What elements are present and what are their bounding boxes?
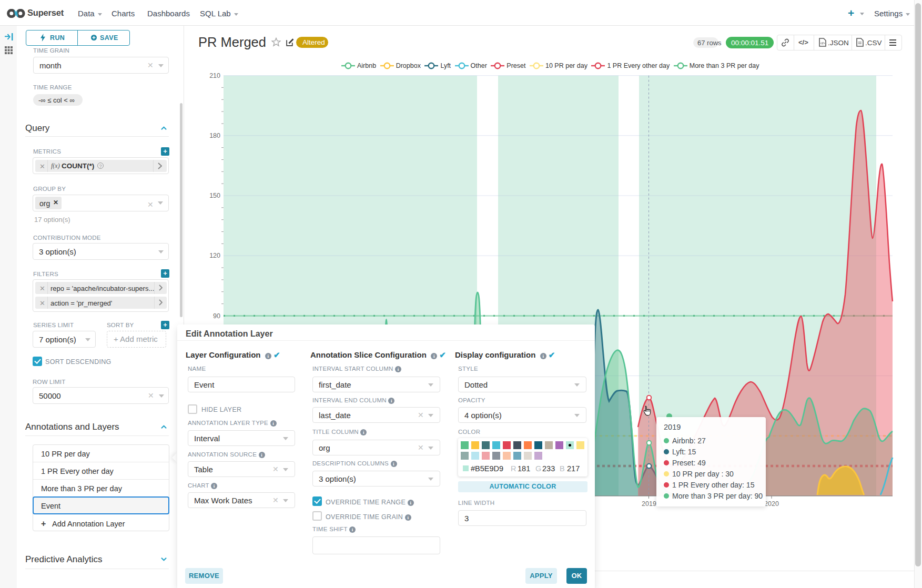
svg-text:150: 150 bbox=[209, 192, 220, 199]
svg-text:120: 120 bbox=[209, 252, 220, 259]
svg-text:2020: 2020 bbox=[764, 500, 779, 508]
svg-text:210: 210 bbox=[209, 72, 220, 79]
svg-text:2019: 2019 bbox=[642, 500, 656, 508]
svg-text:180: 180 bbox=[209, 132, 220, 139]
svg-text:90: 90 bbox=[213, 312, 220, 320]
